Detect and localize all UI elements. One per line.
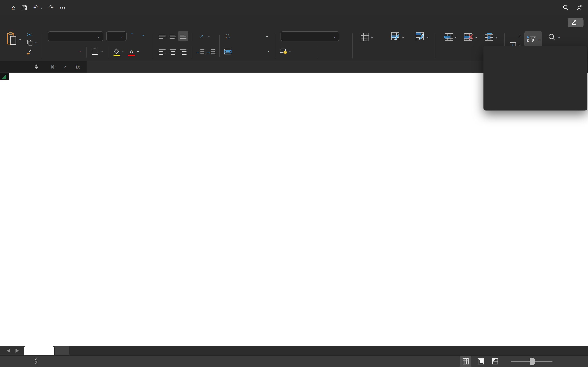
orientation-chevron-icon[interactable]: ⌄ (207, 34, 211, 38)
cell-styles-chevron-icon[interactable]: ⌄ (425, 35, 430, 39)
fill-color-button[interactable] (113, 47, 121, 56)
align-center-icon[interactable] (169, 49, 176, 55)
format-painter-icon[interactable] (26, 49, 33, 56)
decrease-font-size-button[interactable]: ⌄ (138, 32, 148, 40)
find-select-icon[interactable] (547, 33, 556, 42)
page-break-view-icon[interactable] (492, 355, 498, 367)
autosum-icon[interactable] (509, 31, 517, 39)
currency-chevron-icon[interactable]: ⌄ (288, 49, 292, 53)
group-divider (276, 33, 276, 58)
excel-window: ⌂ ↶ ⌄ ↷ ••• ⌄ (0, 0, 588, 367)
merge-center-chevron-icon[interactable]: ⌄ (267, 49, 271, 53)
small-divider (317, 47, 317, 58)
wrap-text-icon[interactable]: abc↩ (224, 33, 232, 40)
number-format-select[interactable]: ⌄ (281, 31, 339, 41)
currency-format-icon[interactable] (279, 48, 287, 54)
name-box[interactable] (0, 61, 32, 73)
merge-center-icon[interactable] (224, 48, 232, 55)
share-icon (572, 20, 577, 25)
font-size-select[interactable]: ⌄ (106, 31, 127, 41)
cell-styles-icon[interactable] (416, 32, 425, 41)
small-divider (192, 47, 192, 58)
sheet-tab-foglio1[interactable] (24, 346, 54, 355)
delete-cells-icon[interactable] (464, 33, 474, 41)
format-as-table-icon[interactable] (391, 32, 400, 41)
font-color-button[interactable]: A (127, 47, 136, 56)
confirm-entry-icon[interactable]: ✓ (59, 61, 71, 73)
align-top-icon[interactable] (158, 33, 166, 40)
comma-style-button[interactable] (306, 46, 312, 53)
spinner-down-icon (35, 67, 38, 69)
insert-cells-chevron-icon[interactable]: ⌄ (454, 35, 458, 39)
zoom-slider-thumb[interactable] (530, 358, 535, 365)
share-button[interactable] (568, 18, 584, 27)
sheet-nav-left-icon[interactable] (7, 349, 10, 352)
sort-filter-az-glyph: AZ (527, 36, 529, 42)
orientation-button[interactable]: ↗ (197, 32, 207, 40)
decrease-decimal-button[interactable] (322, 48, 331, 55)
format-as-table-chevron-icon[interactable]: ⌄ (401, 35, 405, 39)
borders-button[interactable] (91, 48, 98, 55)
conditional-formatting-icon[interactable] (360, 32, 369, 41)
name-box-spinner[interactable] (32, 61, 40, 73)
status-bar (0, 355, 588, 367)
decrease-indent-icon[interactable]: ← (196, 49, 205, 55)
italic-button[interactable] (59, 47, 66, 55)
increase-decimal-button[interactable] (333, 48, 342, 55)
cut-icon[interactable]: ✂ (26, 31, 33, 38)
ribbon-tab-row (0, 15, 588, 31)
increase-font-size-button[interactable]: ⌃ (127, 32, 136, 40)
format-cells-icon[interactable] (484, 33, 494, 41)
spreadsheet-grid (0, 73, 588, 346)
sheet-tab-strip (69, 346, 588, 355)
conditional-formatting-chevron-icon[interactable]: ⌄ (370, 35, 374, 39)
align-bottom-icon[interactable] (179, 33, 187, 40)
sheet-tab-bar (0, 346, 588, 355)
align-right-icon[interactable] (179, 49, 187, 55)
paste-button[interactable] (6, 32, 18, 46)
presence-people-icon[interactable] (576, 0, 584, 15)
percent-style-button[interactable] (295, 47, 303, 55)
format-as-table-label[interactable] (380, 46, 412, 51)
sort-filter-funnel-icon (530, 36, 536, 42)
paste-chevron-icon[interactable]: ⌄ (18, 37, 22, 41)
borders-chevron-icon[interactable]: ⌄ (100, 49, 104, 53)
underline-button[interactable] (69, 47, 76, 55)
document-title (0, 0, 588, 15)
bold-button[interactable] (49, 47, 56, 55)
copy-icon[interactable] (26, 39, 33, 46)
paste-clipboard-icon (7, 32, 17, 45)
cell-styles-label[interactable] (410, 46, 431, 51)
group-divider (41, 33, 41, 58)
align-left-icon[interactable] (158, 49, 166, 55)
page-layout-view-icon[interactable] (478, 355, 484, 367)
copy-chevron-icon[interactable]: ⌄ (34, 40, 38, 44)
format-cells-chevron-icon[interactable]: ⌄ (494, 35, 499, 39)
group-divider (435, 33, 435, 58)
sort-filter-menu (484, 46, 587, 110)
insert-cells-icon[interactable] (443, 33, 453, 41)
font-name-select[interactable]: ⌄ (48, 31, 103, 41)
select-all-corner[interactable] (0, 73, 9, 80)
normal-view-icon[interactable] (463, 355, 469, 367)
autosum-chevron-icon[interactable]: ⌄ (517, 33, 521, 37)
cancel-entry-icon[interactable]: ✕ (46, 61, 59, 73)
fill-color-swatch (113, 55, 120, 56)
accessibility-icon[interactable] (34, 355, 39, 367)
align-middle-icon[interactable] (169, 33, 176, 40)
small-divider (219, 35, 220, 57)
add-sheet-button[interactable] (55, 346, 69, 355)
insert-function-icon[interactable]: fx (71, 61, 84, 73)
increase-indent-icon[interactable]: → (206, 49, 215, 55)
sheet-nav-right-icon[interactable] (16, 349, 19, 352)
find-select-chevron-icon[interactable]: ⌄ (557, 35, 561, 39)
underline-chevron-icon[interactable]: ⌄ (78, 49, 82, 53)
title-bar: ⌂ ↶ ⌄ ↷ ••• (0, 0, 588, 15)
fill-color-chevron-icon[interactable]: ⌄ (121, 49, 125, 53)
small-divider (192, 33, 192, 41)
sort-filter-button[interactable]: AZ ⌄ (524, 31, 542, 47)
font-color-chevron-icon[interactable]: ⌄ (136, 49, 140, 53)
delete-cells-chevron-icon[interactable]: ⌄ (474, 35, 478, 39)
search-titlebar-icon[interactable] (562, 0, 569, 15)
wrap-text-chevron-icon[interactable]: ⌄ (265, 34, 269, 38)
